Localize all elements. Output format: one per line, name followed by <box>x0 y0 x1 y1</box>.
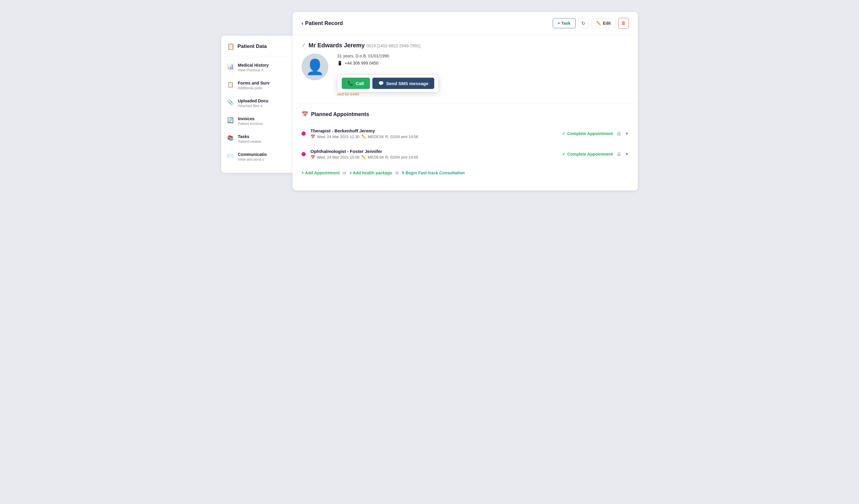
patient-name: Mr Edwards Jeremy 0019 [1402-6822-2949-7… <box>308 42 421 49</box>
sidebar-title: Patient Data <box>238 43 267 49</box>
edit-label: Edit <box>603 21 611 26</box>
action-popup: 📞 Call 💬 Send SMS message <box>337 74 439 92</box>
appointments-title: 📅 Planned Appointments <box>302 111 629 118</box>
communications-icon: ✉️ <box>227 153 233 159</box>
task-button[interactable]: + Task <box>553 18 576 28</box>
medical-history-label: Medical History <box>238 63 269 67</box>
complete-label-2: Complete Appointment <box>567 152 613 156</box>
expand-icon-1[interactable]: ▼ <box>625 131 629 136</box>
sidebar-item-invoices[interactable]: 🔄 Invoices Patient invoices <box>221 112 299 130</box>
appointments-heading: Planned Appointments <box>311 111 369 118</box>
appointment-dot-2 <box>302 152 306 156</box>
sms-icon: 💬 <box>378 81 384 86</box>
tasks-sub: Patient-related <box>238 139 261 144</box>
call-button[interactable]: 📞 Call <box>342 78 370 89</box>
patient-id: 0019 [1402-6822-2949-7991] <box>366 43 420 48</box>
call-label: Call <box>356 81 364 86</box>
communications-sub: View and send s <box>238 157 267 162</box>
delete-button[interactable]: 🗑 <box>618 18 629 29</box>
sms-label: Send SMS message <box>386 81 428 86</box>
expand-icon-2[interactable]: ▼ <box>625 152 629 156</box>
forms-icon: 📋 <box>227 81 233 88</box>
balance-text: ded for £440 <box>337 92 629 96</box>
communications-label: Communicatio <box>238 152 267 157</box>
back-arrow-icon: ‹ <box>302 20 303 27</box>
calendar-icon-1: 📅 <box>311 135 315 139</box>
begin-consultation-link[interactable]: ⚕ Begin Fast-track Consultation <box>402 170 465 175</box>
appointment-date-1: Wed, 24 Mar 2021 12:30 <box>317 135 360 139</box>
sidebar-item-tasks[interactable]: 📚 Tasks Patient-related <box>221 130 299 148</box>
age-dob: 31 years, D.o.B. 01/01/1990 <box>337 54 389 58</box>
checkmark-icon-1: ✓ <box>562 131 566 136</box>
patient-meta: 31 years, D.o.B. 01/01/1990 📱 +44 306 99… <box>337 54 629 96</box>
task-label: + Task <box>558 21 571 26</box>
add-appointment-link[interactable]: + Add Appointment <box>302 170 340 175</box>
sidebar-item-communications[interactable]: ✉️ Communicatio View and send s <box>221 148 299 166</box>
appointment-info-2: Ophthalmologist - Foster Jennifer 📅 Wed,… <box>311 149 557 159</box>
tasks-label: Tasks <box>238 134 261 139</box>
checkmark-icon-2: ✓ <box>562 152 566 156</box>
sidebar: 📋 Patient Data 📊 Medical History View Pr… <box>221 36 299 173</box>
forms-sub: Additional patie <box>238 86 270 90</box>
edit-button[interactable]: ✏️ Edit <box>591 18 616 28</box>
medical-history-icon: 📊 <box>227 63 233 70</box>
page-header: ‹ Patient Record + Task ↻ ✏️ Edit 🗑 <box>292 12 638 35</box>
tasks-icon: 📚 <box>227 135 233 141</box>
complete-label-1: Complete Appointment <box>567 131 613 136</box>
appointment-name-2: Ophthalmologist - Foster Jennifer <box>311 149 557 154</box>
refresh-button[interactable]: ↻ <box>578 18 589 29</box>
forms-label: Forms and Surv <box>238 81 270 86</box>
appointments-icon: 📅 <box>302 111 308 118</box>
medical-history-sub: View Previous A <box>238 68 269 72</box>
patient-details-row: 👤 31 years, D.o.B. 01/01/1990 📱 +44 306 … <box>302 54 629 96</box>
appointment-location-2: MEDESK R, 02/04 pmt 14:05 <box>368 155 418 159</box>
patient-data-icon: 📋 <box>227 43 235 50</box>
print-icon-2[interactable]: 🖨 <box>616 151 621 157</box>
appointment-info-1: Therapist - Berkenhoff Jeremy 📅 Wed, 24 … <box>311 128 557 139</box>
header-actions: + Task ↻ ✏️ Edit 🗑 <box>553 18 629 29</box>
sidebar-item-uploaded-docs[interactable]: 📎 Uploaded Docu Attached files a <box>221 94 299 112</box>
patient-full-name: Mr Edwards Jeremy <box>308 42 365 48</box>
invoices-sub: Patient invoices <box>238 122 263 126</box>
main-content: ‹ Patient Record + Task ↻ ✏️ Edit 🗑 <box>292 12 638 190</box>
page-title: Patient Record <box>305 20 343 27</box>
patient-info-section: ♂ Mr Edwards Jeremy 0019 [1402-6822-2949… <box>292 35 638 104</box>
complete-appointment-1[interactable]: ✓ Complete Appointment <box>562 131 613 136</box>
separator-1: or <box>343 170 346 175</box>
calendar-icon-2: 📅 <box>311 155 315 159</box>
edit-icon-1: ✏️ <box>361 135 366 139</box>
phone-row: 📱 +44 306 999 0450 <box>337 61 629 65</box>
appointment-location-1: MEDESK R, 02/04 pmt 14:06 <box>368 135 418 139</box>
add-row: + Add Appointment or + Add health packag… <box>302 170 629 175</box>
refresh-icon: ↻ <box>581 20 585 26</box>
patient-avatar: 👤 <box>302 54 328 80</box>
gender-icon: ♂ <box>302 42 306 48</box>
docs-sub: Attached files a <box>238 104 269 108</box>
back-button[interactable]: ‹ Patient Record <box>302 20 343 27</box>
complete-appointment-2[interactable]: ✓ Complete Appointment <box>562 152 613 156</box>
print-icon-1[interactable]: 🖨 <box>616 131 621 136</box>
avatar-silhouette-icon: 👤 <box>306 60 324 74</box>
appointments-section: 📅 Planned Appointments Therapist - Berke… <box>292 104 638 182</box>
docs-label: Uploaded Docu <box>238 98 269 103</box>
consultation-icon: ⚕ <box>402 170 404 175</box>
phone-number: +44 306 999 0450 <box>345 61 378 65</box>
appointment-date-2: Wed, 24 Mar 2021 10:00 <box>317 155 360 159</box>
sidebar-header: 📋 Patient Data <box>221 43 299 56</box>
sidebar-item-forms-surveys[interactable]: 📋 Forms and Surv Additional patie <box>221 76 299 94</box>
appointment-name-1: Therapist - Berkenhoff Jeremy <box>311 128 557 133</box>
appointment-dot-1 <box>302 132 306 136</box>
appointment-meta-2: 📅 Wed, 24 Mar 2021 10:00 ✏️ MEDESK R, 02… <box>311 155 557 159</box>
appointment-actions-2: ✓ Complete Appointment 🖨 ▼ <box>562 151 629 157</box>
edit-icon: ✏️ <box>596 21 601 26</box>
sidebar-item-medical-history[interactable]: 📊 Medical History View Previous A <box>221 59 299 76</box>
dob-row: 31 years, D.o.B. 01/01/1990 <box>337 54 629 58</box>
invoices-label: Invoices <box>238 116 263 121</box>
call-phone-icon: 📞 <box>348 81 353 86</box>
appointment-item-1: Therapist - Berkenhoff Jeremy 📅 Wed, 24 … <box>302 123 629 144</box>
trash-icon: 🗑 <box>621 20 626 26</box>
add-health-package-link[interactable]: + Add health package <box>349 170 392 175</box>
sms-button[interactable]: 💬 Send SMS message <box>372 78 435 89</box>
patient-name-row: ♂ Mr Edwards Jeremy 0019 [1402-6822-2949… <box>302 42 629 49</box>
edit-icon-2: ✏️ <box>361 155 366 159</box>
